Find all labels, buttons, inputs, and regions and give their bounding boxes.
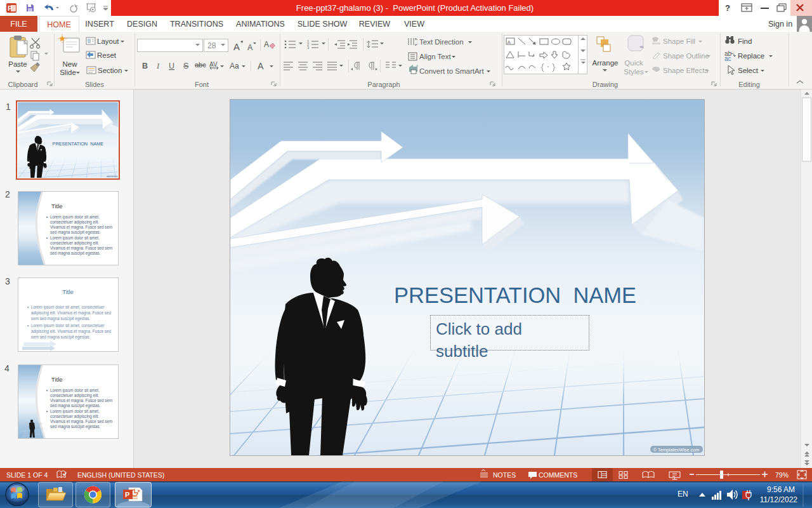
svg-text:sem sed magna suscipit egestas: sem sed magna suscipit egestas. [31,316,90,321]
svg-text:Layout: Layout [97,37,119,45]
svg-text:S: S [183,62,188,70]
svg-text:sed magna suscipit egestas.: sed magna suscipit egestas. [50,230,101,235]
svg-text:ac: ac [724,55,731,62]
svg-text:Lorem ipsum dolor sit amet, co: Lorem ipsum dolor sit amet, consectetuer [31,323,105,328]
svg-text:Paragraph: Paragraph [367,81,400,88]
svg-text:consectetuer adipiscing elit.: consectetuer adipiscing elit. [50,414,100,419]
svg-text:Arrange: Arrange [593,59,619,67]
svg-text:•: • [46,388,48,392]
svg-text:Quick: Quick [624,59,643,67]
svg-text:Vivamus et magna. Fusce sed se: Vivamus et magna. Fusce sed sem [50,419,112,424]
svg-text:Slides: Slides [85,81,104,88]
svg-text:P: P [125,491,129,498]
svg-text:adipiscing elit. Vivamus et ma: adipiscing elit. Vivamus et magna. Fusce… [31,329,111,334]
svg-text:•: • [27,305,29,309]
svg-text:Shape Fill: Shape Fill [663,37,695,45]
svg-text:New: New [62,60,77,68]
svg-text:A: A [247,43,253,52]
svg-text:Clipboard: Clipboard [8,81,37,88]
svg-text:Reset: Reset [97,51,117,59]
svg-text:A: A [508,39,511,45]
svg-text:A: A [233,41,240,52]
svg-text:sed magna suscipit egestas.: sed magna suscipit egestas. [50,251,101,256]
svg-text:Drawing: Drawing [593,81,618,88]
svg-text:•: • [46,409,48,413]
svg-text:Text Direction: Text Direction [419,38,464,46]
svg-text:Select: Select [738,67,759,74]
svg-text:Slide: Slide [60,69,76,76]
svg-text:abc: abc [195,61,206,69]
svg-text:Title: Title [51,376,63,383]
svg-text:Lorem ipsum dolor sit amet, co: Lorem ipsum dolor sit amet, consectetuer [31,305,105,310]
svg-text:Shape Outline: Shape Outline [663,52,709,60]
svg-text:sed magna suscipit egestas.: sed magna suscipit egestas. [50,403,101,408]
svg-text:Editing: Editing [738,81,760,88]
svg-text:Shape Effects: Shape Effects [663,67,709,74]
svg-text:A: A [258,61,264,71]
svg-text:Section: Section [98,67,122,74]
svg-text:P: P [8,4,12,12]
svg-text:Font: Font [195,81,209,88]
svg-text:Replace: Replace [738,52,764,60]
svg-text:A: A [264,40,269,49]
svg-text:Vivamus et magna. Fusce sed se: Vivamus et magna. Fusce sed sem [50,246,112,251]
svg-text:Paste: Paste [8,60,27,68]
svg-text:Lorem ipsum dolor sit amet,: Lorem ipsum dolor sit amet, [50,409,100,414]
svg-text:sed magna suscipit egestas.: sed magna suscipit egestas. [50,424,101,429]
svg-text:Aa: Aa [230,62,239,70]
svg-text:•: • [27,323,29,328]
svg-text:Vivamus et magna. Fusce sed se: Vivamus et magna. Fusce sed sem [50,398,112,403]
svg-text:Title: Title [62,288,74,295]
svg-text:•: • [46,236,48,240]
svg-text:I: I [156,62,160,70]
svg-text:U: U [169,62,174,70]
svg-text:Styles: Styles [624,68,644,76]
svg-text:Vivamus et magna. Fusce sed se: Vivamus et magna. Fusce sed sem [50,225,112,230]
svg-text:AV: AV [209,61,218,68]
svg-text:3: 3 [307,46,310,50]
svg-text:Align Text: Align Text [419,53,451,60]
svg-text:Lorem ipsum dolor sit amet,: Lorem ipsum dolor sit amet, [50,236,100,241]
svg-text:?: ? [725,3,730,13]
svg-text:•: • [46,215,48,219]
svg-text:consectetuer adipiscing elit.: consectetuer adipiscing elit. [50,220,100,225]
svg-text:Find: Find [738,37,752,45]
svg-text:sem sed magna suscipit egestas: sem sed magna suscipit egestas. [31,335,90,340]
svg-text:Lorem ipsum dolor sit amet,: Lorem ipsum dolor sit amet, [50,388,100,393]
svg-text:consectetuer adipiscing elit.: consectetuer adipiscing elit. [50,393,100,398]
svg-text:Title: Title [51,203,63,210]
svg-text:28: 28 [207,41,216,50]
svg-text:adipiscing elit. Vivamus et ma: adipiscing elit. Vivamus et magna. Fusce… [31,311,111,316]
svg-text:consectetuer adipiscing elit.: consectetuer adipiscing elit. [50,241,100,246]
svg-text:Lorem ipsum dolor sit amet,: Lorem ipsum dolor sit amet, [50,215,100,220]
svg-text:B: B [142,62,148,70]
svg-text:Convert to SmartArt: Convert to SmartArt [419,67,484,75]
